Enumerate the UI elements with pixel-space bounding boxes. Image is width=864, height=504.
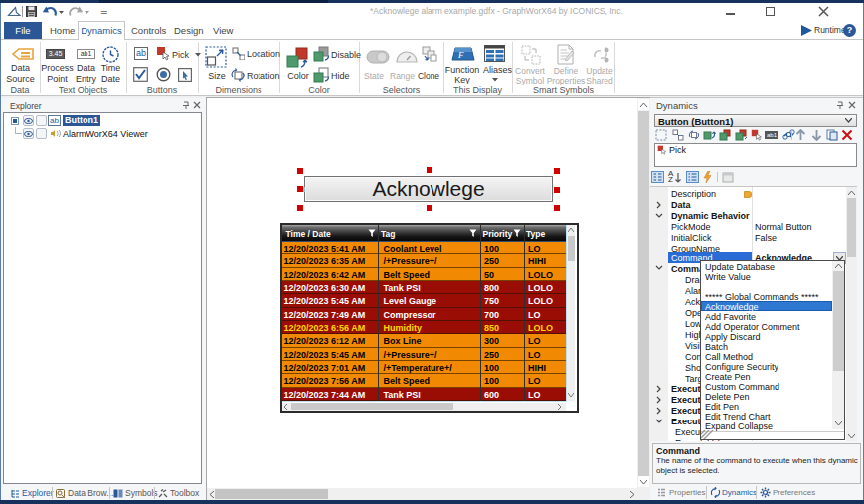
svg-text:F: F xyxy=(457,50,464,60)
